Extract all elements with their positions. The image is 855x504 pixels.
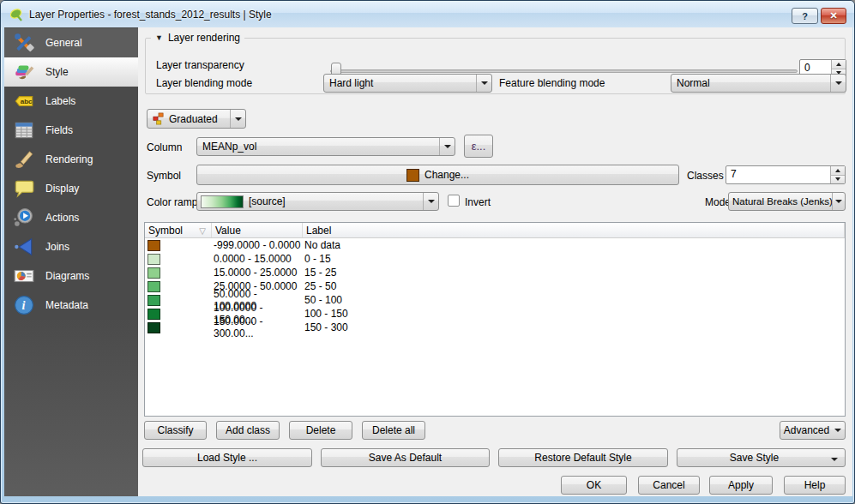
layer-transparency-label: Layer transparency <box>156 59 244 71</box>
sidebar-item-label: Actions <box>45 212 79 224</box>
collapse-triangle-icon[interactable]: ▼ <box>155 33 163 42</box>
window-title: Layer Properties - forest_stands_2012_re… <box>29 9 272 21</box>
sidebar-item-rendering[interactable]: Rendering <box>4 145 138 174</box>
label-cell[interactable]: 25 - 50 <box>303 280 845 292</box>
apply-button[interactable]: Apply <box>709 476 773 495</box>
mode-combo[interactable]: Natural Breaks (Jenks) <box>728 192 846 211</box>
sidebar-item-metadata[interactable]: i Metadata <box>4 291 138 320</box>
pie-chart-icon <box>13 265 35 287</box>
layer-rendering-header[interactable]: ▼ Layer rendering <box>151 32 244 44</box>
wrench-hammer-icon <box>13 32 35 54</box>
chevron-down-icon <box>834 429 841 432</box>
sidebar-item-actions[interactable]: Actions <box>4 203 138 232</box>
classes-value: 7 <box>726 166 830 183</box>
table-row[interactable]: -999.0000 - 0.0000 No data <box>145 238 845 252</box>
join-arrow-icon <box>13 236 35 258</box>
sidebar-item-general[interactable]: General <box>4 28 138 57</box>
value-cell[interactable]: 150.0000 - 300.00... <box>212 315 303 339</box>
layer-blending-value: Hard light <box>324 77 476 89</box>
titlebar-help-button[interactable]: ? <box>792 8 818 24</box>
column-combo[interactable]: MEANp_vol <box>196 137 455 156</box>
label-cell[interactable]: 150 - 300 <box>303 321 845 333</box>
save-as-default-button[interactable]: Save As Default <box>321 448 490 467</box>
qgis-logo-icon <box>9 7 24 22</box>
class-symbol-swatch[interactable] <box>148 295 160 306</box>
load-style-button[interactable]: Load Style ... <box>142 448 312 467</box>
spin-up-icon[interactable] <box>831 166 845 176</box>
speech-bubble-icon <box>13 177 35 200</box>
sidebar-item-fields[interactable]: Fields <box>4 116 138 145</box>
color-ramp-combo[interactable]: [source] <box>196 192 439 211</box>
label-cell[interactable]: 100 - 150 <box>303 308 845 320</box>
mode-label: Mode <box>705 196 731 208</box>
sidebar-item-style[interactable]: Style <box>4 57 138 87</box>
column-label: Column <box>147 141 182 153</box>
spin-down-icon[interactable] <box>831 176 845 184</box>
sidebar-item-label: General <box>45 37 82 49</box>
classes-spinbox[interactable]: 7 <box>726 165 846 184</box>
classify-button[interactable]: Classify <box>144 421 207 440</box>
table-row[interactable]: 0.0000 - 15.0000 0 - 15 <box>145 252 845 266</box>
chevron-down-icon <box>230 110 245 128</box>
class-symbol-swatch[interactable] <box>148 322 160 333</box>
close-icon[interactable]: ✕ <box>821 8 846 24</box>
feature-blending-combo[interactable]: Normal <box>671 74 846 93</box>
renderer-type-value: Graduated <box>169 113 230 125</box>
ok-button[interactable]: OK <box>561 476 627 495</box>
change-symbol-label: Change... <box>424 169 469 181</box>
sidebar-item-diagrams[interactable]: Diagrams <box>4 261 138 291</box>
help-button[interactable]: Help <box>784 476 846 495</box>
table-icon <box>13 119 35 141</box>
advanced-button[interactable]: Advanced <box>780 421 846 440</box>
sidebar-item-labels[interactable]: abc Labels <box>4 87 138 116</box>
column-header-label[interactable]: Label <box>303 223 845 237</box>
class-symbol-swatch[interactable] <box>148 254 160 265</box>
table-row[interactable]: 150.0000 - 300.00... 150 - 300 <box>145 321 845 334</box>
label-cell[interactable]: 15 - 25 <box>303 267 845 279</box>
value-cell[interactable]: -999.0000 - 0.0000 <box>212 239 303 251</box>
classes-table[interactable]: Symbol ▽ Value Label -999.0000 - 0.0000 … <box>144 222 846 417</box>
class-symbol-swatch[interactable] <box>148 240 160 251</box>
sidebar-item-label: Diagrams <box>45 270 89 282</box>
spin-up-icon[interactable] <box>832 60 846 69</box>
sidebar: General Style abc Labels <box>4 27 138 496</box>
color-ramp-label: Color ramp <box>147 196 197 208</box>
renderer-type-combo[interactable]: Graduated <box>147 109 246 129</box>
titlebar[interactable]: Layer Properties - forest_stands_2012_re… <box>1 1 854 27</box>
cancel-button[interactable]: Cancel <box>638 476 700 495</box>
class-symbol-swatch[interactable] <box>148 267 160 279</box>
sidebar-item-label: Rendering <box>45 153 93 165</box>
change-symbol-button[interactable]: Change... <box>196 165 679 185</box>
advanced-label: Advanced <box>784 424 829 436</box>
value-cell[interactable]: 15.0000 - 25.0000 <box>212 267 303 279</box>
class-symbol-swatch[interactable] <box>148 281 160 292</box>
delete-all-button[interactable]: Delete all <box>362 421 425 440</box>
sidebar-item-joins[interactable]: Joins <box>4 232 138 261</box>
layer-blending-combo[interactable]: Hard light <box>323 74 492 93</box>
feature-blending-value: Normal <box>671 77 830 89</box>
label-cell[interactable]: 50 - 100 <box>303 294 845 306</box>
expression-builder-button[interactable]: ε... <box>464 135 493 158</box>
sidebar-item-label: Labels <box>45 95 75 107</box>
add-class-button[interactable]: Add class <box>216 421 280 440</box>
svg-text:i: i <box>21 298 25 312</box>
symbol-color-swatch <box>406 169 419 182</box>
column-header-value[interactable]: Value <box>212 223 303 237</box>
class-symbol-swatch[interactable] <box>148 309 160 320</box>
save-style-button[interactable]: Save Style <box>677 448 846 467</box>
value-cell[interactable]: 0.0000 - 15.0000 <box>212 253 303 265</box>
label-cell[interactable]: No data <box>303 239 845 251</box>
chevron-down-icon <box>831 452 845 464</box>
label-cell[interactable]: 0 - 15 <box>303 253 845 265</box>
transparency-slider-track[interactable] <box>330 69 798 73</box>
color-ramp-value: [source] <box>244 195 423 207</box>
restore-default-style-button[interactable]: Restore Default Style <box>498 448 668 467</box>
invert-checkbox[interactable] <box>448 195 460 207</box>
chevron-down-icon <box>439 138 455 155</box>
table-row[interactable]: 15.0000 - 25.0000 15 - 25 <box>145 266 845 279</box>
sidebar-item-display[interactable]: Display <box>4 174 138 203</box>
info-icon: i <box>13 294 35 316</box>
column-header-symbol[interactable]: Symbol ▽ <box>145 223 212 237</box>
color-ramp-preview <box>201 195 244 208</box>
delete-button[interactable]: Delete <box>289 421 352 440</box>
